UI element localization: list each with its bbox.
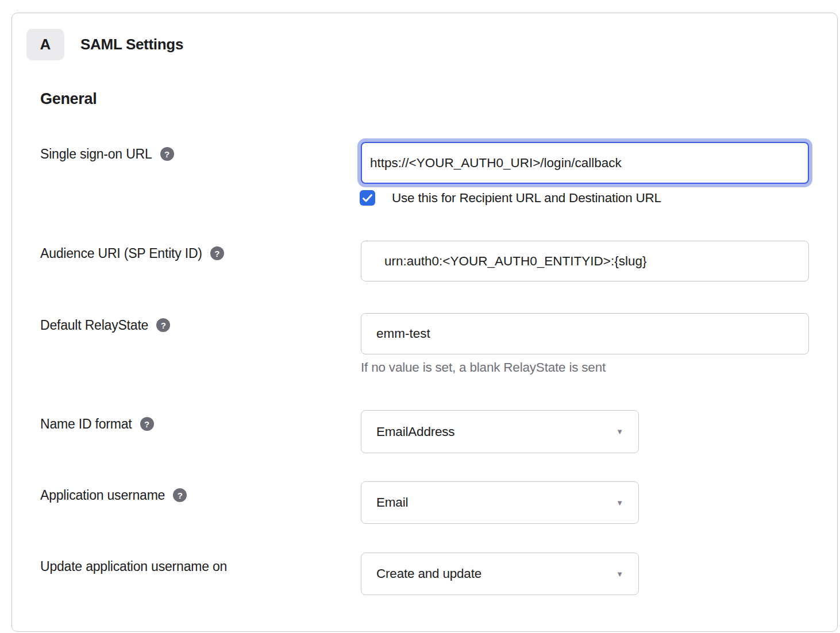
relay-state-label: Default RelayState (40, 318, 148, 333)
application-username-select[interactable]: Email ▼ (361, 481, 639, 524)
name-id-format-label-row: Name ID format ? (40, 415, 154, 433)
help-icon[interactable]: ? (210, 246, 224, 260)
check-icon (363, 194, 372, 202)
audience-uri-input[interactable] (361, 241, 809, 281)
relay-state-helper-text: If no value is set, a blank RelayState i… (361, 360, 606, 375)
step-badge: A (26, 29, 64, 60)
sso-url-label: Single sign-on URL (40, 146, 152, 162)
name-id-format-value: EmailAddress (376, 424, 454, 439)
sso-url-input[interactable] (361, 142, 809, 184)
update-application-username-label-row: Update application username on (40, 558, 227, 575)
update-application-username-select[interactable]: Create and update ▼ (361, 553, 639, 595)
help-icon[interactable]: ? (160, 147, 174, 161)
recipient-url-checkbox-row: Use this for Recipient URL and Destinati… (360, 190, 661, 206)
relay-state-input[interactable] (361, 313, 809, 354)
relay-state-label-row: Default RelayState ? (40, 317, 170, 334)
update-application-username-value: Create and update (376, 566, 481, 581)
application-username-value: Email (376, 495, 408, 510)
help-icon[interactable]: ? (156, 318, 170, 332)
chevron-down-icon: ▼ (616, 427, 623, 436)
chevron-down-icon: ▼ (616, 499, 623, 507)
recipient-url-checkbox[interactable] (360, 190, 375, 206)
name-id-format-select[interactable]: EmailAddress ▼ (361, 410, 639, 453)
page-title: SAML Settings (80, 29, 183, 60)
chevron-down-icon: ▼ (616, 570, 623, 578)
application-username-label: Application username (40, 488, 165, 503)
help-icon[interactable]: ? (140, 417, 154, 431)
section-title-general: General (40, 90, 97, 108)
update-application-username-label: Update application username on (40, 559, 227, 574)
sso-url-label-row: Single sign-on URL ? (40, 145, 174, 163)
audience-uri-label: Audience URI (SP Entity ID) (40, 246, 202, 261)
name-id-format-label: Name ID format (40, 416, 132, 432)
application-username-label-row: Application username ? (40, 487, 187, 504)
recipient-url-checkbox-label: Use this for Recipient URL and Destinati… (392, 191, 661, 206)
audience-uri-label-row: Audience URI (SP Entity ID) ? (40, 245, 224, 262)
help-icon[interactable]: ? (173, 488, 187, 502)
